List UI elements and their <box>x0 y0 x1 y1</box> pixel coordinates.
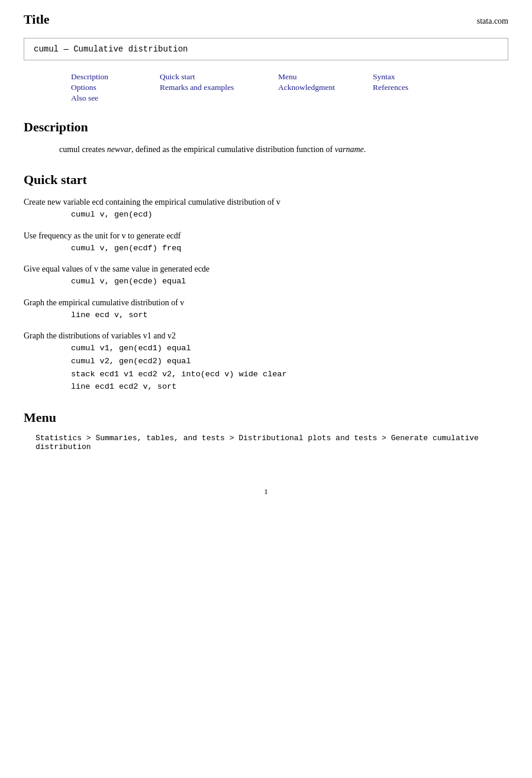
navigation-table: Description Quick start Menu Syntax Opti… <box>71 72 508 103</box>
page-header: Title stata.com <box>24 12 508 27</box>
page-number: 1 <box>264 487 268 496</box>
qs-code-3: cumul v, gen(ecde) equal <box>71 275 508 288</box>
title-box-text: cumul — Cumulative distribution <box>34 44 188 54</box>
qs-item-1: Create new variable ecd containing the e… <box>24 196 508 221</box>
menu-path: Statistics > Summaries, tables, and test… <box>36 434 508 451</box>
qs-prose-3: Give equal values of v the same value in… <box>24 263 508 275</box>
description-body: cumul creates newvar, defined as the emp… <box>59 143 508 156</box>
qs-code-2: cumul v, gen(ecdf) freq <box>71 242 508 255</box>
qs-code-4: line ecd v, sort <box>71 309 508 322</box>
nav-remarks[interactable]: Remarks and examples <box>160 83 278 92</box>
description-italic2: varname <box>335 145 364 154</box>
qs-prose-5: Graph the distributions of variables v1 … <box>24 330 508 342</box>
qs-code-5c: stack ecd1 v1 ecd2 v2, into(ecd v) wide … <box>71 368 508 381</box>
description-text-before: cumul creates <box>59 145 107 154</box>
menu-section: Menu Statistics > Summaries, tables, and… <box>24 410 508 451</box>
qs-code-1: cumul v, gen(ecd) <box>71 208 508 221</box>
nav-acknowledgment[interactable]: Acknowledgment <box>278 83 373 92</box>
qs-code-5b: cumul v2, gen(ecd2) equal <box>71 355 508 368</box>
brand-label: stata.com <box>477 17 508 26</box>
nav-options[interactable]: Options <box>71 83 160 92</box>
description-italic1: newvar <box>107 145 131 154</box>
page-title: Title <box>24 12 50 27</box>
quick-start-section: Quick start Create new variable ecd cont… <box>24 172 508 393</box>
description-text-end: . <box>364 145 366 154</box>
description-heading: Description <box>24 120 508 135</box>
nav-description[interactable]: Description <box>71 72 160 82</box>
nav-syntax[interactable]: Syntax <box>373 72 456 82</box>
nav-also-see[interactable]: Also see <box>71 93 160 103</box>
title-box: cumul — Cumulative distribution <box>24 38 508 60</box>
nav-references[interactable]: References <box>373 83 456 92</box>
page-footer: 1 <box>24 487 508 496</box>
qs-code-5d: line ecd1 ecd2 v, sort <box>71 380 508 393</box>
qs-prose-1: Create new variable ecd containing the e… <box>24 196 508 208</box>
quick-start-heading: Quick start <box>24 172 508 188</box>
qs-item-4: Graph the empirical cumulative distribut… <box>24 296 508 322</box>
nav-menu[interactable]: Menu <box>278 72 373 82</box>
qs-code-5a: cumul v1, gen(ecd1) equal <box>71 342 508 355</box>
qs-prose-2: Use frequency as the unit for v to gener… <box>24 230 508 242</box>
nav-quick-start[interactable]: Quick start <box>160 72 278 82</box>
menu-heading: Menu <box>24 410 508 425</box>
description-section: Description cumul creates newvar, define… <box>24 120 508 156</box>
qs-prose-4: Graph the empirical cumulative distribut… <box>24 296 508 309</box>
description-text-middle: , defined as the empirical cumulative di… <box>131 145 335 154</box>
qs-item-3: Give equal values of v the same value in… <box>24 263 508 288</box>
qs-item-2: Use frequency as the unit for v to gener… <box>24 230 508 255</box>
qs-item-5: Graph the distributions of variables v1 … <box>24 330 508 393</box>
